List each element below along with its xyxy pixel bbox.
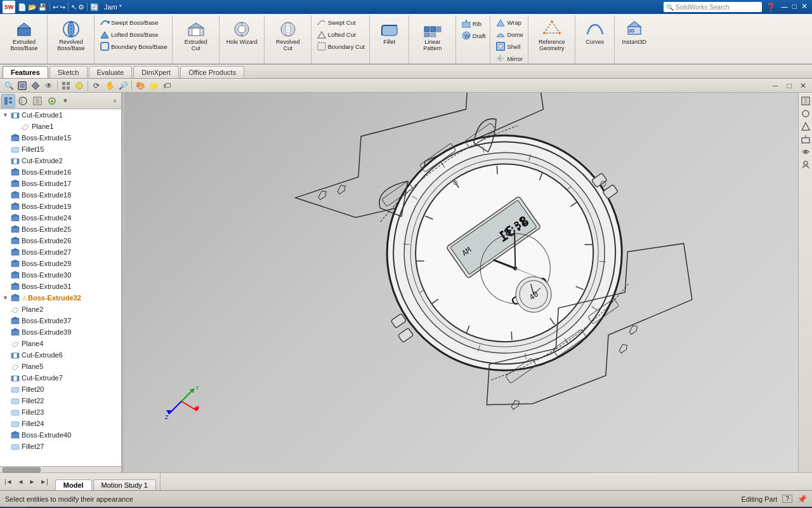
scene-btn[interactable]: 🌟 (147, 80, 160, 91)
tree-item-cut-extrude7[interactable]: Cut-Extrude7 (0, 372, 121, 384)
nav-prev-btn[interactable]: ◄ (16, 478, 26, 486)
tree-item-boss-extrude37[interactable]: Boss-Extrude37 (0, 315, 121, 326)
hide-show-btn[interactable]: 👁 (43, 80, 55, 91)
redo-btn[interactable]: ↪ (60, 3, 65, 11)
model-tab-motion-study[interactable]: Motion Study 1 (93, 479, 156, 490)
nav-last-btn[interactable]: ►| (38, 478, 50, 486)
zoom-to-fit-btn[interactable]: 🔍 (3, 80, 15, 91)
property-manager-btn[interactable]: i (16, 94, 30, 108)
lofted-boss-btn[interactable]: Lofted Boss/Base (98, 29, 169, 40)
panel-expand-btn[interactable]: » (110, 96, 120, 106)
tree-item-plane5[interactable]: Plane5 (0, 361, 121, 372)
revolved-cut-btn[interactable]: Revolved Cut (269, 18, 307, 53)
tree-item-boss-extrude17[interactable]: Boss-Extrude17 (0, 178, 121, 189)
tab-evaluate[interactable]: Evaluate (89, 66, 133, 78)
dim-xpert-btn[interactable]: + (45, 94, 59, 108)
select-btn[interactable]: ↖ (71, 3, 77, 11)
tree-item-fillet24[interactable]: Fillet24 (0, 418, 121, 429)
extruded-boss-btn[interactable]: Extruded Boss/Base (5, 18, 43, 53)
nav-next-btn[interactable]: ► (27, 478, 37, 486)
boundary-boss-btn[interactable]: Boundary Boss/Base (98, 41, 169, 52)
minimize-btn[interactable]: ─ (780, 2, 790, 12)
undo-btn[interactable]: ↩ (53, 3, 58, 11)
tree-item-cut-extrude2[interactable]: Cut-Extrude2 (0, 155, 121, 166)
boundary-cut-btn[interactable]: Boundary Cut (315, 41, 367, 52)
tree-item-boss-extrude32[interactable]: ▼ ⚠ Boss-Extrude32 (0, 292, 121, 304)
tab-sketch[interactable]: Sketch (49, 66, 88, 78)
tree-item-fillet27[interactable]: Fillet27 (0, 441, 121, 452)
open-btn[interactable]: 📂 (28, 3, 37, 11)
tree-item-cut-extrude1[interactable]: ▼ Cut-Extrude1 (0, 109, 121, 121)
tree-item-boss-extrude27[interactable]: Boss-Extrude27 (0, 246, 121, 258)
revolved-boss-btn[interactable]: Revolved Boss/Base (52, 18, 90, 53)
display-style-btn[interactable] (29, 80, 42, 91)
curves-btn[interactable]: Curves (580, 18, 610, 47)
rebuild-btn[interactable]: 🔄 (90, 3, 99, 11)
search-input[interactable]: SolidWorks Search (676, 4, 730, 11)
tab-office-products[interactable]: Office Products (180, 66, 244, 78)
tree-item-boss-extrude39[interactable]: Boss-Extrude39 (0, 326, 121, 338)
viewport[interactable]: AM 8:31 8:31 CASIO 40 (124, 93, 798, 472)
nav-first-btn[interactable]: |◄ (3, 478, 15, 486)
tree-item-fillet20[interactable]: Fillet20 (0, 384, 121, 395)
tree-item-boss-extrude15[interactable]: Boss-Extrude15 (0, 132, 121, 144)
tree-item-boss-extrude24[interactable]: Boss-Extrude24 (0, 212, 121, 224)
tree-item-cut-extrude6[interactable]: Cut-Extrude6 (0, 349, 121, 361)
tree-item-boss-extrude18[interactable]: Boss-Extrude18 (0, 189, 121, 201)
help-btn[interactable]: ❓ (766, 3, 776, 12)
mirror-btn[interactable]: Mirror (494, 53, 525, 64)
restore-btn[interactable]: □ (790, 2, 799, 12)
tree-item-boss-extrude40[interactable]: Boss-Extrude40 (0, 429, 121, 441)
dome-btn[interactable]: Dome (494, 29, 525, 40)
view-orientation-btn[interactable] (16, 80, 29, 91)
tree-item-boss-extrude31[interactable]: Boss-Extrude31 (0, 281, 121, 292)
tree-item-boss-extrude26[interactable]: Boss-Extrude26 (0, 235, 121, 246)
fillet-btn[interactable]: Fillet (374, 18, 405, 47)
tree-item-plane2[interactable]: Plane2 (0, 304, 121, 315)
expand-icon[interactable]: ▼ (3, 112, 10, 118)
tree-hscroll[interactable] (0, 466, 121, 472)
tree-item-boss-extrude29[interactable]: Boss-Extrude29 (0, 258, 121, 269)
panel-resize-handle[interactable] (807, 0, 812, 508)
tree-item-plane1[interactable]: Plane1 (0, 121, 121, 132)
shell-btn[interactable]: Shell (494, 41, 525, 52)
rotate-btn[interactable]: ⟳ (90, 80, 103, 91)
pan-btn[interactable]: ✋ (103, 80, 116, 91)
tree-item-boss-extrude25[interactable]: Boss-Extrude25 (0, 224, 121, 235)
config-manager-btn[interactable] (30, 94, 44, 108)
swept-boss-btn[interactable]: Swept Boss/Base (98, 17, 169, 28)
maximize-viewport-btn[interactable]: □ (783, 80, 796, 91)
zoom-btn[interactable]: 🔎 (117, 80, 129, 91)
help-status-btn[interactable]: ? (782, 495, 792, 503)
tree-item-boss-extrude16[interactable]: Boss-Extrude16 (0, 166, 121, 178)
tree-item-fillet15[interactable]: Fillet15 (0, 144, 121, 155)
appearance-btn[interactable]: 🎨 (134, 80, 147, 91)
pin-status-btn[interactable]: 📌 (797, 495, 807, 504)
model-tab-model[interactable]: Model (55, 479, 92, 490)
options-btn[interactable]: ⚙ (78, 3, 84, 11)
feature-manager-btn[interactable] (1, 94, 15, 108)
ref-geometry-btn[interactable]: Reference Geometry (533, 18, 571, 53)
tree-item-boss-extrude30[interactable]: Boss-Extrude30 (0, 269, 121, 281)
view-setting-btn[interactable] (60, 80, 72, 91)
extruded-cut-btn[interactable]: Extruded Cut (177, 18, 215, 53)
tab-features[interactable]: Features (3, 66, 48, 78)
new-btn[interactable]: 📄 (18, 3, 27, 11)
tab-dimxpert[interactable]: DimXpert (133, 66, 179, 78)
wrap-btn[interactable]: W Draft (459, 30, 488, 41)
expand-icon[interactable]: ▼ (3, 295, 10, 301)
tree-item-fillet22[interactable]: Fillet22 (0, 395, 121, 406)
tree-item-fillet23[interactable]: Fillet23 (0, 406, 121, 418)
save-btn[interactable]: 💾 (38, 3, 47, 11)
minimize-viewport-btn[interactable]: ─ (769, 80, 782, 91)
lofted-cut-btn[interactable]: Lofted Cut (315, 29, 367, 40)
tree-item-plane4[interactable]: Plane4 (0, 338, 121, 349)
lighting-btn[interactable] (73, 80, 86, 91)
swept-cut-btn[interactable]: Swept Cut (315, 17, 367, 28)
rib-btn[interactable]: Rib (459, 18, 488, 29)
hole-wizard-btn[interactable]: Hole Wizard (224, 18, 260, 47)
tree-item-boss-extrude19[interactable]: Boss-Extrude19 (0, 201, 121, 212)
linear-pattern-btn[interactable]: Linear Pattern (414, 18, 452, 53)
decals-btn[interactable]: 🏷 (160, 80, 173, 91)
draft-btn[interactable]: Wrap (494, 17, 525, 28)
